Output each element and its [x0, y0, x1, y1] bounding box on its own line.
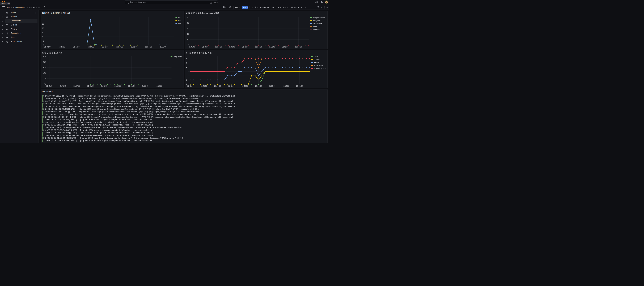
- svg-text:[2026-03-05 21:50:24.544] [INF: [2026-03-05 21:50:24.544] [INFO] --- [ht…: [45, 124, 153, 126]
- svg-text:[2026-03-05 21:50:24.446] [INF: [2026-03-05 21:50:24.446] [INFO] --- [ht…: [45, 134, 153, 136]
- svg-text:[2026-03-05 21:50:29.457] [INF: [2026-03-05 21:50:29.457] [INFO] --- [ht…: [45, 111, 199, 113]
- svg-text:[2026-03-05 21:50:29.457] [INF: [2026-03-05 21:50:29.457] [INFO] --- [ht…: [45, 108, 199, 110]
- svg-text:[2026-03-05 21:50:29.457] [INF: [2026-03-05 21:50:29.457] [INFO] --- [ht…: [45, 116, 232, 118]
- svg-text:[2026-03-05 21:50:24.446] [INF: [2026-03-05 21:50:24.446] [INFO] --- [ht…: [45, 137, 184, 139]
- svg-text:[2026-03-05 21:52:24.777] [INF: [2026-03-05 21:52:24.777] [INFO] --- [ht…: [45, 98, 199, 100]
- svg-text:[2026-03-05 21:50:24.543] [INF: [2026-03-05 21:50:24.543] [INFO] --- [ht…: [45, 126, 184, 128]
- svg-text:[2026-03-05 21:52:24.777] [INF: [2026-03-05 21:52:24.777] [INFO] --- [ht…: [45, 100, 232, 102]
- svg-text:[2026-03-05 21:52:24.781] [INF: [2026-03-05 21:52:24.781] [INFO] --- [re…: [45, 95, 235, 97]
- svg-text:[2026-03-05 21:50:24.544] [INF: [2026-03-05 21:50:24.544] [INFO] --- [ht…: [45, 119, 152, 121]
- svg-text:[2026-03-05 21:50:29.464] [INF: [2026-03-05 21:50:29.464] [INFO] --- [re…: [45, 103, 235, 105]
- svg-text:[2026-03-05 21:50:24.446] [INF: [2026-03-05 21:50:24.446] [INFO] --- [ht…: [45, 132, 153, 134]
- svg-text:[2026-03-05 21:50:24.445] [INF: [2026-03-05 21:50:24.445] [INFO] --- [ht…: [45, 140, 152, 142]
- svg-text:[2026-03-05 21:50:24.446] [INF: [2026-03-05 21:50:24.446] [INFO] --- [ht…: [45, 129, 152, 131]
- svg-text:[2026-03-05 21:50:29.462] [INF: [2026-03-05 21:50:29.462] [INFO] --- [re…: [45, 105, 235, 107]
- svg-text:[2026-03-05 21:50:29.457] [INF: [2026-03-05 21:50:29.457] [INFO] --- [ht…: [45, 113, 232, 115]
- svg-text:[2026-03-05 21:50:24.544] [INF: [2026-03-05 21:50:24.544] [INFO] --- [ht…: [45, 121, 153, 123]
